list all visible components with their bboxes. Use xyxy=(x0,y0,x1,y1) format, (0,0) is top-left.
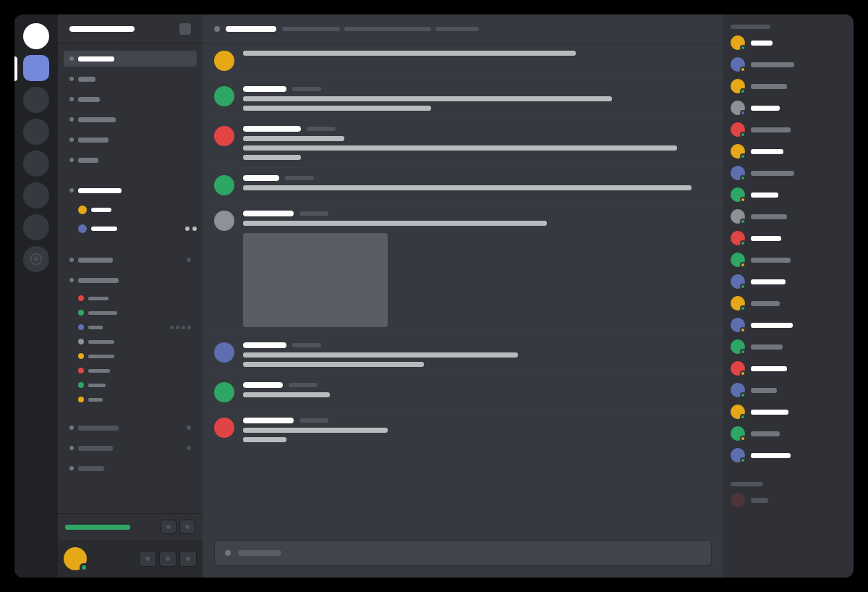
member-item[interactable] xyxy=(731,143,846,159)
message-author-avatar[interactable] xyxy=(214,211,234,231)
settings-button[interactable] xyxy=(179,551,197,567)
text-channel-item[interactable] xyxy=(64,152,197,168)
member-name xyxy=(751,127,791,132)
member-item[interactable] xyxy=(731,100,846,116)
server-icon-selected[interactable] xyxy=(23,55,49,81)
mute-button[interactable] xyxy=(139,551,156,567)
member-item[interactable] xyxy=(731,78,846,94)
home-button[interactable] xyxy=(23,23,49,49)
message-author-avatar[interactable] xyxy=(214,342,234,363)
voice-user[interactable] xyxy=(78,292,197,304)
voice-user-actions[interactable] xyxy=(170,326,191,329)
voice-user[interactable] xyxy=(78,321,197,333)
message-author-avatar[interactable] xyxy=(214,126,234,146)
current-user-avatar[interactable] xyxy=(64,547,87,570)
message-body xyxy=(243,418,712,442)
channel-label xyxy=(78,77,95,82)
member-item[interactable] xyxy=(731,339,846,355)
voice-user[interactable] xyxy=(78,394,197,405)
message-author-name[interactable] xyxy=(243,126,301,132)
text-channel-item[interactable] xyxy=(64,252,197,268)
message-author-avatar[interactable] xyxy=(214,382,234,402)
text-channel-item[interactable] xyxy=(64,272,197,288)
server-header[interactable] xyxy=(58,14,203,43)
voice-user-avatar xyxy=(78,353,84,359)
member-item[interactable] xyxy=(731,230,846,246)
member-name xyxy=(751,498,768,503)
member-item[interactable] xyxy=(731,165,846,181)
member-item[interactable] xyxy=(731,122,846,138)
channel-action-icon[interactable] xyxy=(187,426,191,430)
message-author-avatar[interactable] xyxy=(214,86,234,106)
member-item[interactable] xyxy=(731,360,846,376)
voice-user[interactable] xyxy=(78,307,197,318)
status-indicator-icon xyxy=(740,67,746,72)
message-author-name[interactable] xyxy=(243,342,286,348)
member-item[interactable] xyxy=(731,274,846,289)
message-author-name[interactable] xyxy=(243,175,279,181)
server-icon[interactable] xyxy=(23,151,49,177)
text-channel-item[interactable] xyxy=(64,132,197,148)
voice-channel-item[interactable] xyxy=(64,182,197,198)
message-author-avatar[interactable] xyxy=(214,418,234,438)
member-item[interactable] xyxy=(731,187,846,203)
channel-action-icon[interactable] xyxy=(187,258,191,262)
text-channel-item[interactable] xyxy=(64,440,197,456)
member-name xyxy=(751,344,783,350)
voice-user[interactable] xyxy=(78,379,197,391)
member-item[interactable] xyxy=(731,426,846,441)
disconnect-button[interactable] xyxy=(179,520,195,534)
member-item[interactable] xyxy=(731,56,846,72)
member-item[interactable] xyxy=(731,382,846,398)
add-server-button[interactable] xyxy=(23,246,49,272)
text-channel-item[interactable] xyxy=(64,111,197,127)
member-item[interactable] xyxy=(731,404,846,420)
member-name xyxy=(751,214,787,219)
message-input[interactable] xyxy=(214,540,712,566)
text-channel-item[interactable] xyxy=(64,51,197,67)
voice-user[interactable] xyxy=(78,365,197,376)
member-name xyxy=(751,453,791,458)
channel-topic-fragment xyxy=(344,27,431,31)
voice-user[interactable] xyxy=(78,336,197,347)
voice-user[interactable] xyxy=(78,350,197,362)
channel-label xyxy=(78,258,113,263)
text-channel-item[interactable] xyxy=(64,460,197,476)
server-icon[interactable] xyxy=(23,182,49,208)
member-item[interactable] xyxy=(731,492,846,508)
deafen-button[interactable] xyxy=(159,551,176,567)
server-icon[interactable] xyxy=(23,119,49,145)
voice-user[interactable] xyxy=(64,221,197,236)
message-content-line xyxy=(243,106,431,111)
add-attachment-icon[interactable] xyxy=(225,550,231,556)
dot-icon xyxy=(182,326,185,329)
channel-action-icon[interactable] xyxy=(187,446,191,450)
text-channel-item[interactable] xyxy=(64,420,197,436)
server-icon[interactable] xyxy=(23,87,49,113)
member-item[interactable] xyxy=(731,295,846,311)
member-item[interactable] xyxy=(731,317,846,333)
message-author-name[interactable] xyxy=(243,382,283,388)
message-author-avatar[interactable] xyxy=(214,51,234,71)
member-item[interactable] xyxy=(731,208,846,224)
member-avatar xyxy=(731,35,745,50)
message-author-name[interactable] xyxy=(243,211,294,216)
member-item[interactable] xyxy=(731,35,846,51)
member-item[interactable] xyxy=(731,252,846,268)
channel-topic-fragment xyxy=(282,27,340,31)
message-author-name[interactable] xyxy=(243,418,294,423)
text-channel-item[interactable] xyxy=(64,71,197,87)
server-dropdown-icon[interactable] xyxy=(179,23,191,35)
member-item[interactable] xyxy=(731,447,846,463)
text-channel-item[interactable] xyxy=(64,91,197,107)
message-attachment[interactable] xyxy=(243,233,388,327)
voice-user[interactable] xyxy=(64,203,197,217)
voice-info-button[interactable] xyxy=(161,520,176,534)
status-indicator-icon xyxy=(740,175,746,181)
status-indicator-icon xyxy=(740,219,746,224)
message-author-name[interactable] xyxy=(243,86,286,92)
server-icon[interactable] xyxy=(23,214,49,240)
message-author-avatar[interactable] xyxy=(214,175,234,195)
voice-user-actions[interactable] xyxy=(185,227,197,231)
message-list xyxy=(203,43,723,531)
